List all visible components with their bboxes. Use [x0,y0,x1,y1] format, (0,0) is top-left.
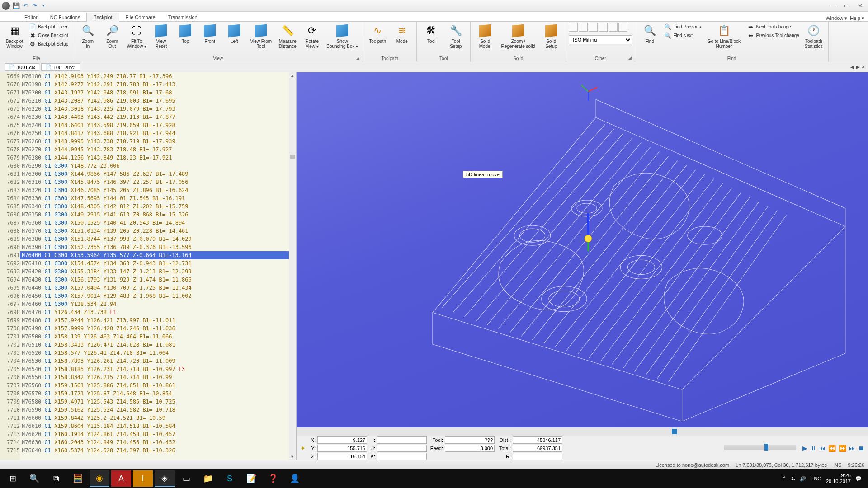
doctab-1001-cix[interactable]: 📄1001.cix [5,63,39,71]
readout-k[interactable] [377,453,427,460]
solid-setup-button[interactable]: Solid Setup [539,23,563,50]
tray-notifications-icon[interactable]: 💬 [855,476,862,482]
inventor-button[interactable]: I [133,470,153,487]
tool-setup-button[interactable]: 🔧Tool Setup [444,23,467,50]
top-button[interactable]: Top [174,23,197,45]
left-button[interactable]: Left [222,23,246,45]
backplot-file-button[interactable]: 📄Backplot File ▾ [27,23,70,31]
step-back-button[interactable]: ⏪ [828,445,836,452]
system-tray[interactable]: ˄ 🖧 🔊 ENG 9:26 20.10.2017 💬 [783,473,865,484]
tab-transmission[interactable]: Transmission [162,13,204,21]
tab-close[interactable]: ✕ [861,64,865,70]
qat-save-icon[interactable]: 💾 [12,2,21,10]
close-button[interactable]: ✕ [858,2,863,9]
tab-nc-functions[interactable]: NC Functions [44,13,87,21]
front-button[interactable]: Front [198,23,222,45]
speed-slider[interactable] [724,445,796,450]
tab-nav-left[interactable]: ◀ [850,64,854,70]
prev-toolchange-button[interactable]: ⬅Previous Tool change [745,31,801,39]
bounding-box-button[interactable]: Show Bounding Box ▾ [325,23,360,50]
rotate-button[interactable]: ⟳Rotate View ▾ [300,23,324,50]
measure-button[interactable]: 📏Measure Distance [276,23,299,50]
solid-model-button[interactable]: Solid Model [473,23,497,50]
view-reset-button[interactable]: View Reset [149,23,173,50]
readout-dist[interactable] [513,436,562,444]
doctab-1001-anc[interactable]: 📄1001.anc* [41,63,80,71]
backplot-window-button[interactable]: ▦ Backplot Window [3,23,26,50]
zoom-in-button[interactable]: 🔍Zoom In [76,23,99,50]
explorer-button[interactable]: 📁 [198,470,218,487]
other-buttons-grid[interactable] [569,23,627,32]
app2-button[interactable]: ▭ [176,470,196,487]
view-from-tool-button[interactable]: View From Tool [247,23,275,50]
help-button[interactable]: ❓ [263,470,283,487]
fit-window-button[interactable]: ⛶Fit To Window ▾ [125,23,148,50]
readout-j[interactable] [377,445,427,452]
taskview-button[interactable]: ⧉ [46,470,66,487]
toolpath-button[interactable]: ∿Toolpath [366,23,389,45]
timeline-slider[interactable] [297,427,868,436]
skip-fwd-button[interactable]: ⏭ [849,445,855,452]
readout-x[interactable] [317,436,367,444]
readout-tool[interactable] [445,436,495,444]
autocad-button[interactable]: A [111,470,131,487]
pause-button[interactable]: ⏸ [810,445,816,452]
zoom-out-button[interactable]: 🔎Zoom Out [100,23,124,50]
find-next-button[interactable]: 🔍Find Next [662,31,703,39]
qat-more-icon[interactable]: ▾ [39,2,48,10]
code-content[interactable]: N76180 G1 X142.9103 Y142.249 Z18.77 B1=-… [20,72,289,460]
find-previous-button[interactable]: 🔍Find Previous [662,23,703,31]
vertical-scrollbar[interactable]: ▲ ▼ [289,72,296,460]
3d-canvas[interactable]: 5D linear move [297,72,868,427]
app-button[interactable]: ◈ [155,470,175,487]
skip-back-button[interactable]: ⏮ [819,445,826,452]
tray-network-icon[interactable]: 🖧 [790,476,795,481]
tool-button[interactable]: 🛠Tool [420,23,443,45]
stop-button[interactable]: ⏹ [858,445,864,452]
maximize-button[interactable]: ▭ [844,2,849,9]
skype-button[interactable]: S [220,470,240,487]
readout-i[interactable] [377,436,427,444]
qat-redo-icon[interactable]: ↷ [30,2,39,10]
tray-lang[interactable]: ENG [811,476,821,481]
readout-z[interactable] [317,453,367,460]
tray-chevron-icon[interactable]: ˄ [783,476,786,482]
readout-total[interactable] [513,445,562,452]
dialog-launcher-icon[interactable]: ◢ [628,56,634,61]
tab-backplot[interactable]: Backplot [86,13,119,22]
menu-help[interactable]: Help ▾ [850,15,864,21]
menu-window[interactable]: Window ▾ [826,15,847,21]
backplot-setup-button[interactable]: ⚙Backplot Setup [27,40,70,48]
toolpath-stats-button[interactable]: 🕐Toolpath Statistics [802,23,826,50]
dialog-launcher-icon[interactable]: ◢ [356,56,362,61]
tray-clock[interactable]: 9:26 20.10.2017 [826,473,851,484]
regenerate-solid-button[interactable]: Zoom / Regenerate solid [498,23,538,50]
play-button[interactable]: ▶ [802,445,807,452]
mode-button[interactable]: ≋Mode [390,23,414,45]
search-button[interactable]: 🔍 [24,470,44,487]
readout-y[interactable] [317,445,367,452]
calculator-button[interactable]: 🧮 [68,470,88,487]
goto-line-button[interactable]: 📋Go to Line/Block Number [703,23,744,50]
scroll-thumb[interactable] [290,155,295,159]
find-button[interactable]: 🔍Find [638,23,661,45]
tab-editor[interactable]: Editor [18,13,44,21]
app3-button[interactable]: 👤 [285,470,305,487]
start-button[interactable]: ⊞ [3,470,23,487]
notes-button[interactable]: 📝 [241,470,261,487]
close-backplot-button[interactable]: ✖Close Backplot [27,31,70,39]
step-fwd-button[interactable]: ⏩ [839,445,846,452]
code-editor[interactable]: 7669767076717672767376747675767676777678… [0,72,297,460]
speed-thumb[interactable] [764,444,768,451]
chrome-button[interactable]: ◉ [90,470,109,487]
qat-undo-icon[interactable]: ↶ [21,2,30,10]
minimize-button[interactable]: — [830,2,836,9]
tray-volume-icon[interactable]: 🔊 [800,476,806,482]
tab-nav-right[interactable]: ▶ [856,64,859,70]
next-toolchange-button[interactable]: ➡Next Tool change [745,23,801,31]
readout-r[interactable] [513,453,562,460]
tab-file-compare[interactable]: File Compare [119,13,162,21]
machine-select[interactable]: ISO Milling [569,35,632,44]
timeline-thumb[interactable] [672,429,677,434]
readout-feed[interactable] [445,445,495,452]
